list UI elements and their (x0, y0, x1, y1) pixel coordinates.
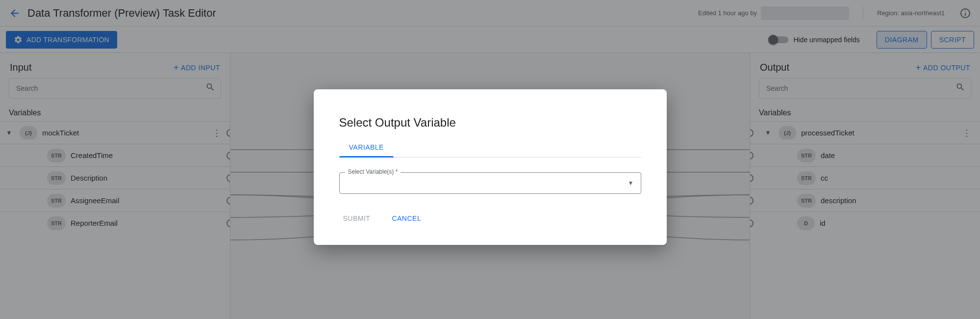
tab-variable[interactable]: VARIABLE (339, 143, 394, 157)
chevron-down-icon: ▼ (628, 180, 634, 186)
dialog-title: Select Output Variable (339, 116, 641, 130)
select-output-dialog: Select Output Variable VARIABLE Select V… (314, 89, 667, 245)
modal-scrim[interactable]: Select Output Variable VARIABLE Select V… (0, 0, 980, 319)
submit-button[interactable]: SUBMIT (339, 210, 375, 227)
cancel-button[interactable]: CANCEL (388, 210, 425, 227)
dialog-actions: SUBMIT CANCEL (339, 208, 641, 227)
select-variable-label: Select Variable(s) * (345, 168, 401, 175)
select-variable-dropdown[interactable]: ▼ (339, 172, 641, 194)
select-variable-field: Select Variable(s) * ▼ (339, 172, 641, 194)
dialog-tabs: VARIABLE (339, 143, 641, 158)
